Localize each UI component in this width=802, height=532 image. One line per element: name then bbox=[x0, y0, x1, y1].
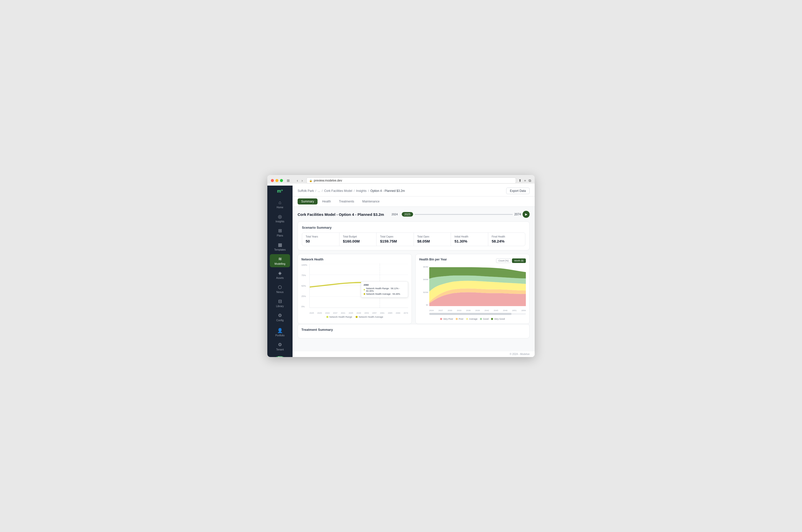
nh-x-labels: 2025 2029 2033 2037 2041 2045 2049 2053 … bbox=[310, 312, 408, 314]
hb-chart-area: $63M $40M $20M $0 bbox=[419, 266, 526, 316]
year-range: 2024 2025 2074 ▶ bbox=[389, 211, 529, 218]
legend-good-dot bbox=[480, 318, 482, 320]
sidebar-item-label: Modelling bbox=[275, 263, 285, 265]
export-button[interactable]: Export Data bbox=[506, 188, 529, 194]
sidebar-item-modelling[interactable]: ≋ Modelling bbox=[270, 254, 290, 267]
nh-y-labels: 100% 75% 50% 25% 0% bbox=[301, 264, 309, 308]
legend-very-good-dot bbox=[491, 318, 493, 320]
hb-worth-btn[interactable]: Worth ($) bbox=[512, 259, 526, 263]
legend-good: Good bbox=[480, 318, 488, 320]
stat-total-budget: Total Budget $160.00M bbox=[339, 233, 377, 246]
footer: © 2024 - Modelve bbox=[293, 351, 535, 357]
sidebar-item-assets[interactable]: ◈ Assets bbox=[270, 268, 290, 281]
tab-treatments[interactable]: Treatments bbox=[335, 198, 358, 205]
year-selected[interactable]: 2025 bbox=[402, 212, 413, 216]
minimize-button[interactable] bbox=[275, 179, 278, 182]
hb-plot-area bbox=[429, 266, 526, 306]
sidebar-item-config[interactable]: ⚙ Config bbox=[270, 311, 290, 324]
legend-average-dot bbox=[466, 318, 468, 320]
sidebar-item-label: Nexus bbox=[276, 291, 283, 293]
maximize-button[interactable] bbox=[280, 179, 283, 182]
play-button[interactable]: ▶ bbox=[523, 211, 529, 218]
sidebar-item-label: Assets bbox=[276, 277, 284, 279]
legend-avg: Network Health Average bbox=[356, 316, 383, 318]
tab-summary[interactable]: Summary bbox=[298, 198, 318, 205]
templates-icon: ▦ bbox=[278, 242, 282, 248]
scenario-summary-card: Scenario Summary Total Years 50 Total Bu… bbox=[298, 221, 529, 250]
sidebar-item-label: Tenant bbox=[276, 348, 284, 351]
close-button[interactable] bbox=[271, 179, 274, 182]
tabs-bar: Summary Health Treatments Maintenance bbox=[293, 196, 535, 207]
hb-y-labels: $63M $40M $20M $0 bbox=[419, 266, 428, 306]
tab-maintenance[interactable]: Maintenance bbox=[359, 198, 383, 205]
user-avatar[interactable]: SW bbox=[276, 356, 284, 357]
breadcrumb-ellipsis[interactable]: ... bbox=[318, 189, 320, 193]
address-bar[interactable]: 🔒 preview.modelve.dev bbox=[306, 177, 516, 184]
health-bin-title: Health Bin per Year bbox=[419, 258, 447, 261]
lock-icon: 🔒 bbox=[309, 179, 312, 182]
sidebar-item-label: Templates bbox=[274, 248, 286, 251]
stat-total-capex: Total Capex $159.75M bbox=[376, 233, 414, 246]
sidebar-item-tenant[interactable]: ⚙ Tenant bbox=[270, 340, 290, 353]
stats-row: Total Years 50 Total Budget $160.00M Tot… bbox=[302, 232, 525, 246]
tooltip-range-dot bbox=[364, 289, 365, 290]
network-health-title: Network Health bbox=[301, 258, 408, 261]
stat-total-opex: Total Opex $8.05M bbox=[414, 233, 451, 246]
hb-legend: Very Poor Poor Average bbox=[419, 318, 526, 320]
legend-range: Network Health Range bbox=[327, 316, 352, 318]
year-start: 2024 bbox=[389, 212, 400, 216]
top-bar: Suffolk Park / ... / Cork Facilities Mod… bbox=[293, 186, 535, 196]
breadcrumb-model[interactable]: Cork Facilities Model bbox=[324, 189, 352, 193]
sidebar-item-label: Config bbox=[276, 319, 284, 322]
tab-health[interactable]: Health bbox=[319, 198, 334, 205]
health-bin-chart: Health Bin per Year Count (%) Worth ($) … bbox=[415, 254, 529, 324]
treatment-summary-title: Treatment Summary bbox=[301, 328, 526, 331]
hb-scroll-thumb[interactable] bbox=[429, 313, 511, 315]
assets-icon: ◈ bbox=[278, 270, 282, 276]
legend-very-poor-dot bbox=[440, 318, 442, 320]
sidebar-item-library[interactable]: ⊟ Library bbox=[270, 297, 290, 310]
logo: m° bbox=[277, 189, 283, 194]
tabs-icon[interactable]: ⧉ bbox=[528, 178, 531, 183]
sidebar-item-nexus[interactable]: ⬡ Nexus bbox=[270, 282, 290, 296]
hb-header: Health Bin per Year Count (%) Worth ($) bbox=[419, 258, 526, 264]
legend-range-dot bbox=[327, 316, 328, 318]
forward-button[interactable]: › bbox=[300, 178, 304, 183]
hb-count-btn[interactable]: Count (%) bbox=[496, 259, 511, 263]
new-tab-icon[interactable]: + bbox=[524, 178, 526, 183]
tenant-icon: ⚙ bbox=[278, 342, 282, 347]
breadcrumb: Suffolk Park / ... / Cork Facilities Mod… bbox=[298, 189, 405, 193]
stat-total-years: Total Years 50 bbox=[302, 233, 339, 246]
nexus-icon: ⬡ bbox=[278, 284, 282, 290]
sidebar-item-label: Insights bbox=[276, 220, 284, 223]
library-icon: ⊟ bbox=[278, 299, 282, 304]
sidebar-item-templates[interactable]: ▦ Templates bbox=[270, 240, 290, 253]
sidebar-item-portfolio[interactable]: 👤 Portfolio bbox=[270, 326, 290, 339]
page-title: Cork Facilities Model - Option 4 - Plann… bbox=[298, 212, 384, 216]
hb-scrollbar[interactable] bbox=[429, 313, 526, 315]
legend-average: Average bbox=[466, 318, 478, 320]
insights-icon: ◎ bbox=[278, 214, 282, 220]
page-content: Cork Facilities Model - Option 4 - Plann… bbox=[293, 207, 535, 351]
breadcrumb-suffolk[interactable]: Suffolk Park bbox=[298, 189, 314, 193]
legend-poor-dot bbox=[456, 318, 458, 320]
sidebar-item-plans[interactable]: ⊞ Plans bbox=[270, 226, 290, 239]
nh-legend: Network Health Range Network Health Aver… bbox=[301, 316, 408, 318]
legend-poor: Poor bbox=[456, 318, 464, 320]
legend-avg-dot bbox=[356, 316, 358, 318]
nh-chart-area: 100% 75% 50% 25% 0% bbox=[301, 264, 408, 314]
year-slider[interactable] bbox=[415, 214, 513, 215]
main-content: Suffolk Park / ... / Cork Facilities Mod… bbox=[293, 186, 535, 357]
sidebar-item-home[interactable]: ⌂ Home bbox=[270, 198, 290, 211]
modelling-icon: ≋ bbox=[278, 256, 282, 262]
sidebar-toggle-button[interactable]: ⊞ bbox=[285, 178, 291, 183]
tooltip-year: 2060 bbox=[364, 284, 405, 286]
sidebar-item-insights[interactable]: ◎ Insights bbox=[270, 212, 290, 225]
hb-x-labels: 2024 2027 2030 2033 2036 2039 2042 2045 … bbox=[429, 309, 526, 312]
url-text: preview.modelve.dev bbox=[314, 179, 342, 182]
home-icon: ⌂ bbox=[279, 200, 281, 205]
back-button[interactable]: ‹ bbox=[296, 178, 299, 183]
share-icon[interactable]: ⬆ bbox=[519, 178, 522, 183]
breadcrumb-insights[interactable]: Insights bbox=[356, 189, 367, 193]
plans-icon: ⊞ bbox=[278, 228, 282, 233]
